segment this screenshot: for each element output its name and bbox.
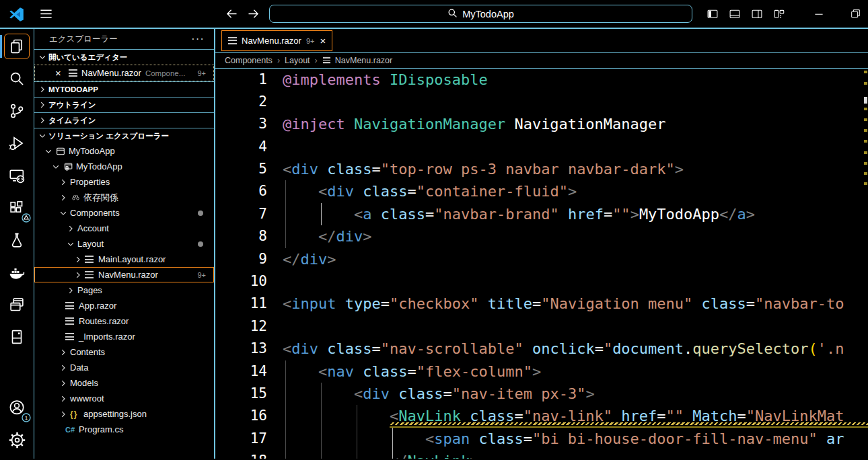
tree-item-label: MyTodoApp (69, 146, 115, 156)
json-file-icon: {} (70, 410, 83, 419)
code-line-11[interactable]: <input type="checkbox" title="Navigation… (283, 293, 868, 315)
tree-item-MyTodoApp[interactable]: MyTodoApp (34, 159, 214, 174)
chevron-right-icon (38, 100, 48, 110)
tree-item-label: wwwroot (70, 393, 104, 404)
toggle-primary-sidebar-icon[interactable] (707, 8, 719, 20)
code-line-8[interactable]: </div> (283, 225, 868, 247)
chevron-right-icon (59, 178, 70, 187)
section-header-0[interactable]: 開いているエディター (34, 49, 214, 65)
breadcrumb: Components›Layout›NavMenu.razor (215, 53, 868, 69)
command-center-search[interactable]: MyTodoApp (269, 5, 692, 23)
go-forward-icon[interactable] (246, 7, 260, 21)
tree-item-3[interactable]: 依存関係 (34, 190, 214, 205)
tree-item-Pages[interactable]: Pages (34, 282, 214, 298)
activity-run-and-debug[interactable] (0, 127, 34, 159)
tree-item-label: Properties (70, 177, 110, 187)
close-icon[interactable]: × (320, 35, 326, 46)
minimize-icon[interactable] (813, 8, 825, 20)
code-line-12[interactable] (283, 315, 868, 338)
problem-badge: 9+ (197, 69, 206, 77)
tree-item-Models[interactable]: Models (34, 375, 214, 391)
code-line-7[interactable]: <a class="navbar-brand" href="">MyTodoAp… (283, 203, 868, 225)
code-line-10[interactable] (283, 270, 868, 293)
ruler-mark (864, 140, 867, 143)
code-line-6[interactable]: <div class="container-fluid"> (283, 180, 868, 202)
section-header-2[interactable]: アウトライン (34, 97, 214, 112)
tree-item-Properties[interactable]: Properties (34, 174, 214, 190)
section-label: タイムライン (48, 116, 96, 126)
code-line-4[interactable] (283, 136, 868, 158)
chevron-down-icon (66, 239, 77, 249)
activity-explorer[interactable] (0, 30, 34, 63)
tree-item-_Imports.razor[interactable]: _Imports.razor (34, 329, 214, 344)
tree-item-NavMenu.razor[interactable]: NavMenu.razor9+ (34, 267, 214, 282)
chevron-right-icon (59, 379, 70, 388)
code-line-17[interactable]: <span class="bi bi-house-door-fill-nav-m… (283, 428, 868, 450)
tab-problem-badge: 9+ (306, 37, 315, 45)
tree-item-Data[interactable]: Data (34, 360, 214, 375)
tree-item-App.razor[interactable]: App.razor (34, 298, 214, 313)
section-header-4[interactable]: ソリューション エクスプローラー (34, 128, 214, 143)
activity-accounts[interactable]: 1 (0, 391, 34, 424)
tree-item-MyTodoApp[interactable]: MyTodoApp (34, 143, 214, 159)
line-number: 7 (215, 203, 267, 225)
breadcrumb-separator: › (277, 56, 280, 65)
razor-file-icon (85, 256, 98, 263)
section-label: MYTODOAPP (48, 85, 98, 93)
go-back-icon[interactable] (225, 7, 239, 21)
activity-window-stack[interactable] (0, 289, 34, 321)
tree-item-label: Models (70, 378, 98, 388)
restore-icon[interactable] (850, 8, 861, 20)
code-editor[interactable]: 123456789101112131415161718 @implements … (215, 69, 868, 459)
code-line-13[interactable]: <div class="nav-scrollable" onclick="doc… (283, 338, 868, 360)
activity-docker[interactable] (0, 256, 34, 289)
activity-notebook[interactable] (0, 321, 34, 353)
tree-item-Layout[interactable]: Layout (34, 236, 214, 252)
tab-navmenu-razor[interactable]: NavMenu.razor 9+ × (221, 30, 332, 51)
activity-testing[interactable] (0, 224, 34, 256)
tree-item-label: Contents (70, 347, 105, 357)
tree-item-wwwroot[interactable]: wwwroot (34, 391, 214, 406)
code-line-9[interactable]: </div> (283, 248, 868, 270)
code-line-3[interactable]: @inject NavigationManager NavigationMana… (283, 113, 868, 135)
breadcrumb-item[interactable]: Layout (285, 56, 310, 65)
tree-item-Contents[interactable]: Contents (34, 344, 214, 360)
breadcrumb-item[interactable]: NavMenu.razor (322, 56, 392, 65)
line-number-gutter: 123456789101112131415161718 (215, 69, 267, 459)
activity-extensions[interactable] (0, 192, 34, 224)
open-editor-item[interactable]: ×NavMenu.razorCompone...9+ (34, 65, 214, 81)
activity-source-control[interactable] (0, 95, 34, 127)
razor-file-icon (65, 333, 79, 340)
tree-item-Components[interactable]: Components (34, 205, 214, 221)
code-pane[interactable]: @implements IDisposable@inject Navigatio… (267, 69, 868, 459)
customize-layout-icon[interactable] (773, 8, 785, 20)
section-header-3[interactable]: タイムライン (34, 112, 214, 128)
vscode-window: MyTodoApp 1 エクスプローラー ··· 開いているエディター×NavM… (0, 0, 868, 460)
activity-remote-explorer[interactable] (0, 159, 34, 192)
more-actions-icon[interactable]: ··· (191, 36, 205, 42)
tree-item-appsettings.json[interactable]: {}appsettings.json (34, 406, 214, 422)
ruler-mark (864, 108, 867, 110)
code-line-18[interactable]: </NavLink> (283, 450, 868, 459)
close-icon[interactable]: × (55, 67, 69, 79)
tree-item-Account[interactable]: Account (34, 221, 214, 236)
razor-file-icon (228, 37, 237, 44)
breadcrumb-item[interactable]: Components (225, 56, 273, 65)
tree-item-label: MainLayout.razor (98, 254, 166, 264)
ruler-mark (864, 151, 867, 154)
menu-icon[interactable] (38, 6, 54, 22)
tree-item-Routes.razor[interactable]: Routes.razor (34, 313, 214, 329)
code-line-5[interactable]: <div class="top-row ps-3 navbar navbar-d… (283, 158, 868, 180)
code-line-16[interactable]: <NavLink class="nav-link" href="" Match=… (283, 405, 868, 427)
toggle-secondary-sidebar-icon[interactable] (751, 8, 763, 20)
toggle-panel-icon[interactable] (729, 8, 741, 20)
code-line-2[interactable] (283, 91, 868, 113)
activity-search[interactable] (0, 63, 34, 95)
activity-settings[interactable] (0, 424, 34, 456)
tree-item-MainLayout.razor[interactable]: MainLayout.razor (34, 252, 214, 267)
code-line-1[interactable]: @implements IDisposable (283, 69, 868, 91)
code-line-15[interactable]: <div class="nav-item px-3"> (283, 383, 868, 405)
code-line-14[interactable]: <nav class="flex-column"> (283, 360, 868, 383)
tree-item-Program.cs[interactable]: C#Program.cs (34, 422, 214, 437)
section-header-1[interactable]: MYTODOAPP (34, 81, 214, 97)
